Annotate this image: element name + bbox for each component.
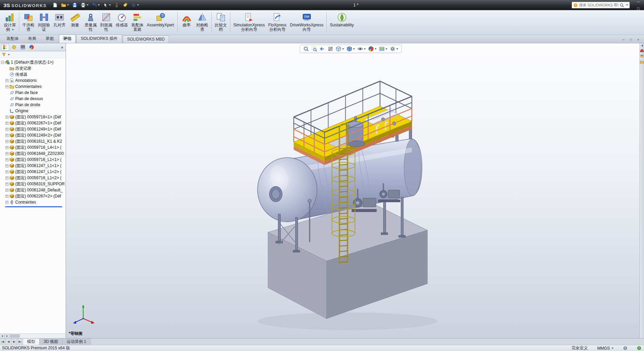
tree-expander-icon[interactable]: + bbox=[5, 128, 8, 131]
help-search-input[interactable] bbox=[579, 3, 618, 7]
command-tab[interactable]: 布局 bbox=[24, 34, 41, 43]
tree-expander-icon[interactable]: + bbox=[5, 170, 8, 173]
dropdown-arrow-icon[interactable] bbox=[353, 48, 355, 50]
section-properties-button[interactable]: 剖面属性 bbox=[98, 11, 114, 33]
tree-item[interactable]: +Commentaires bbox=[0, 84, 66, 90]
task-design-library-button[interactable] bbox=[640, 54, 644, 58]
task-pane-expand-icon[interactable]: ◀ bbox=[641, 44, 643, 47]
command-tab[interactable]: SOLIDWORKS MBD bbox=[123, 36, 169, 43]
propertymanager-tab[interactable] bbox=[10, 44, 18, 51]
graphics-area[interactable]: *等轴测 bbox=[66, 43, 640, 338]
units-selector[interactable]: MMGS bbox=[597, 346, 614, 351]
open-document-button[interactable] bbox=[60, 2, 70, 8]
tree-item[interactable]: +(固定) 00061249<1> (Déf bbox=[0, 126, 66, 132]
new-document-button[interactable] bbox=[51, 2, 59, 8]
model-tab-nav-3[interactable]: ▶| bbox=[17, 338, 23, 345]
configurationmanager-tab[interactable] bbox=[19, 44, 27, 51]
section-view-button[interactable] bbox=[327, 46, 334, 52]
doc-minimize-button[interactable]: ─ bbox=[621, 38, 626, 42]
tree-expander-icon[interactable]: + bbox=[5, 116, 8, 119]
print-document-button[interactable] bbox=[79, 2, 90, 8]
model-tab-nav-1[interactable]: ◀ bbox=[6, 338, 12, 345]
tree-item[interactable]: +Contraintes bbox=[0, 199, 66, 205]
dropdown-arrow-icon[interactable] bbox=[8, 54, 10, 55]
tree-item[interactable]: +(固定) 00056319_SUPPOR bbox=[0, 181, 66, 187]
help-search-box[interactable]: ? bbox=[572, 2, 630, 8]
tank-left-head[interactable] bbox=[257, 158, 317, 222]
dropdown-arrow-icon[interactable] bbox=[374, 48, 376, 50]
tree-expander-icon[interactable]: + bbox=[5, 158, 8, 161]
hole-alignment-button[interactable]: 孔对齐 bbox=[52, 11, 67, 33]
mass-properties-button[interactable]: 质量属性 bbox=[83, 11, 98, 33]
zoom-area-button[interactable] bbox=[310, 46, 318, 52]
tree-expander-icon[interactable]: − bbox=[1, 61, 4, 64]
view-settings-button[interactable] bbox=[389, 46, 399, 52]
tree-item[interactable]: +(固定) 00061611_K1 & K2 bbox=[0, 138, 66, 144]
dropdown-arrow-icon[interactable] bbox=[67, 4, 69, 6]
dropdown-arrow-icon[interactable] bbox=[109, 4, 111, 6]
rollback-bar[interactable] bbox=[5, 206, 62, 207]
tree-item[interactable]: Plan de droite bbox=[0, 102, 66, 108]
tree-expander-icon[interactable]: + bbox=[5, 177, 8, 180]
previous-view-button[interactable] bbox=[319, 46, 326, 52]
model-tab[interactable]: 3D 视图 bbox=[40, 338, 63, 345]
tree-horizontal-scrollbar[interactable] bbox=[0, 333, 66, 338]
design-study-button[interactable]: 设计算例 bbox=[2, 11, 18, 33]
hide-show-items-button[interactable] bbox=[356, 46, 366, 52]
tree-expander-icon[interactable]: + bbox=[5, 140, 8, 143]
display-style-button[interactable] bbox=[346, 46, 355, 52]
undo-button[interactable] bbox=[91, 2, 101, 8]
simulationxpress-button[interactable]: SimulationXpress分析向导 bbox=[232, 11, 267, 33]
tree-expander-icon[interactable]: + bbox=[5, 146, 8, 149]
filter-funnel-icon[interactable] bbox=[2, 52, 6, 57]
tree-expander-icon[interactable]: + bbox=[5, 164, 8, 167]
search-icon[interactable] bbox=[620, 3, 624, 7]
tree-item[interactable]: +(固定) 00059716<1> (Déf bbox=[0, 114, 66, 120]
tree-expander-icon[interactable]: + bbox=[5, 134, 8, 137]
tree-expander-icon[interactable]: + bbox=[5, 201, 8, 204]
model-tab[interactable]: 运动算例 1 bbox=[63, 338, 91, 345]
command-tab[interactable]: 草图 bbox=[41, 34, 58, 43]
tree-expander-icon[interactable]: + bbox=[5, 195, 8, 198]
status-help-icon[interactable]: ? bbox=[623, 346, 627, 350]
clearance-verify-button[interactable]: 间隙验证 bbox=[36, 11, 52, 33]
interference-check-button[interactable]: 干涉检查 bbox=[21, 11, 36, 33]
select-tool-button[interactable] bbox=[102, 2, 112, 8]
dropdown-arrow-icon[interactable] bbox=[364, 48, 366, 50]
assembly-visualization-button[interactable]: 装配体直观 bbox=[130, 11, 145, 33]
displaymanager-tab[interactable] bbox=[27, 44, 36, 51]
floxpress-button[interactable]: FloXpress分析向导 bbox=[267, 11, 288, 33]
panel-overflow-chevron[interactable]: » bbox=[60, 45, 65, 50]
featuremanager-tree-tab[interactable] bbox=[1, 44, 9, 51]
tree-item[interactable]: Plan de dessus bbox=[0, 96, 66, 102]
tree-item[interactable]: 历史记录 bbox=[0, 65, 66, 71]
file-properties-button[interactable] bbox=[121, 2, 129, 8]
tree-expander-icon[interactable]: + bbox=[5, 189, 8, 192]
dropdown-arrow-icon[interactable] bbox=[98, 4, 100, 6]
doc-close-button[interactable]: × bbox=[636, 38, 641, 42]
driveworksxpress-button[interactable]: DWDriveWorksXpress向导 bbox=[288, 11, 325, 33]
tank-right-head[interactable] bbox=[404, 139, 421, 196]
task-file-explorer-button[interactable] bbox=[640, 60, 644, 64]
curvature-button[interactable]: 曲率 bbox=[179, 11, 194, 33]
tree-item[interactable]: +AAnnotations bbox=[0, 77, 66, 84]
scroll-right-icon[interactable] bbox=[5, 334, 9, 338]
tree-item[interactable]: +(固定) 00059716_L4<1> ( bbox=[0, 144, 66, 150]
tree-expander-icon[interactable]: + bbox=[5, 152, 8, 155]
edit-appearance-button[interactable] bbox=[367, 46, 377, 52]
model-tab-nav-0[interactable]: |◀ bbox=[0, 338, 6, 345]
dropdown-arrow-icon[interactable] bbox=[612, 348, 614, 349]
dropdown-arrow-icon[interactable] bbox=[396, 48, 398, 50]
dropdown-arrow-icon[interactable] bbox=[342, 48, 344, 50]
sustainability-button[interactable]: Sustainability bbox=[328, 11, 355, 33]
tree-item[interactable]: +(固定) 00062267<2> (Déf bbox=[0, 193, 66, 199]
tree-expander-icon[interactable]: + bbox=[5, 85, 8, 88]
tree-item[interactable]: +(固定) 00061247_L1<1> ( bbox=[0, 163, 66, 169]
tree-expander-icon[interactable]: + bbox=[5, 122, 8, 125]
tree-expander-icon[interactable]: + bbox=[5, 183, 8, 186]
rebuild-button[interactable] bbox=[113, 2, 120, 8]
dropdown-arrow-icon[interactable] bbox=[87, 4, 89, 6]
tree-item[interactable]: +(固定) 00061648_ZZ02300 bbox=[0, 150, 66, 157]
tree-item[interactable]: +(固定) 00062267<1> (Déf bbox=[0, 120, 66, 126]
tree-item[interactable]: −1 (Défaut<显示状态-1>) bbox=[0, 59, 66, 65]
